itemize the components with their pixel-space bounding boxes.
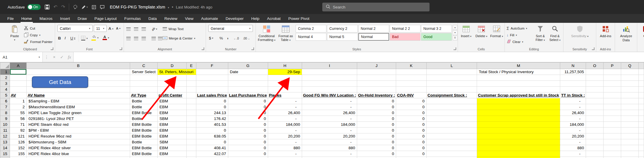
- find-select-button[interactable]: Find & Select ▾: [548, 25, 562, 42]
- cell-I3[interactable]: [302, 81, 357, 87]
- cell-N9[interactable]: -: [560, 116, 586, 122]
- cell-Q3[interactable]: [621, 81, 638, 87]
- row-header-11[interactable]: 11: [0, 128, 10, 133]
- cell-H8[interactable]: 26,400: [268, 110, 302, 116]
- underline-button[interactable]: U▾: [70, 35, 75, 41]
- cell-L16[interactable]: [426, 157, 477, 158]
- cell-P13[interactable]: [604, 139, 621, 145]
- pen-icon[interactable]: ▾: [81, 5, 88, 9]
- cell-N12[interactable]: 20,200: [560, 133, 586, 139]
- undo-button[interactable]: ↶: [54, 5, 57, 9]
- column-header-f[interactable]: F: [196, 63, 228, 69]
- cell-F14[interactable]: 408.41: [196, 145, 228, 151]
- create-pdf-button[interactable]: Cre: [638, 25, 644, 38]
- column-header-b[interactable]: B: [27, 63, 130, 69]
- cell-I15[interactable]: -: [302, 151, 357, 157]
- gallery-up-icon[interactable]: ▴: [453, 25, 457, 30]
- cell-J4[interactable]: [357, 87, 396, 92]
- cell-A4[interactable]: [10, 87, 27, 92]
- cell-A6[interactable]: 1: [10, 98, 27, 104]
- row-header-4[interactable]: 4: [0, 87, 10, 92]
- cell-O14[interactable]: [586, 145, 604, 151]
- cell-I9[interactable]: -: [302, 116, 357, 122]
- active-cell-A1[interactable]: [10, 69, 27, 75]
- cell-O15[interactable]: [586, 151, 604, 157]
- cell-R15[interactable]: [638, 151, 644, 157]
- cell-J11[interactable]: 0: [357, 128, 396, 133]
- cell-G1[interactable]: Date: [228, 69, 268, 75]
- cell-R8[interactable]: [638, 110, 644, 116]
- cell-I5[interactable]: Good FG W/o INV Location :: [302, 92, 357, 98]
- align-bottom-icon[interactable]: [142, 26, 146, 32]
- cell-G16[interactable]: [228, 157, 268, 158]
- cell-K15[interactable]: 0: [396, 151, 427, 157]
- cell-H11[interactable]: -: [268, 128, 302, 133]
- increase-indent-icon[interactable]: [158, 35, 162, 42]
- fill-color-button[interactable]: ▾: [91, 35, 98, 41]
- row-header-3[interactable]: 3: [0, 81, 10, 87]
- cell-G6[interactable]: 0: [228, 98, 268, 104]
- cell-L8[interactable]: [426, 110, 477, 116]
- cell-K4[interactable]: [396, 87, 427, 92]
- copy-button[interactable]: Copy▾: [24, 32, 40, 38]
- menu-tab-developer[interactable]: Developer: [222, 14, 248, 23]
- cell-I1[interactable]: [302, 69, 357, 75]
- cell-Q6[interactable]: [621, 98, 638, 104]
- cell-M15[interactable]: [477, 151, 560, 157]
- number-format-combo[interactable]: General▾: [208, 25, 253, 32]
- cell-E2[interactable]: [187, 75, 196, 81]
- cell-A15[interactable]: 155: [10, 151, 27, 157]
- menu-tab-help[interactable]: Help: [248, 14, 263, 23]
- menu-tab-power-pivot[interactable]: Power Pivot: [284, 14, 313, 23]
- cell-C3[interactable]: [130, 81, 158, 87]
- cell-P14[interactable]: [604, 145, 621, 151]
- dialog-launcher-icon[interactable]: [51, 47, 53, 50]
- cell-M1[interactable]: Total Stock / Physical Inventory: [477, 69, 560, 75]
- cell-K3[interactable]: [396, 81, 427, 87]
- font-size-combo[interactable]: 11▾: [94, 25, 107, 32]
- align-center-icon[interactable]: [134, 35, 138, 42]
- cell-L12[interactable]: [426, 133, 477, 139]
- cell-F7[interactable]: 0: [196, 104, 228, 110]
- worksheet-grid[interactable]: ABCDEFGHIJKLMNOPQ1Server SelectSt. Peter…: [0, 62, 644, 158]
- cell-F9[interactable]: 176.42: [196, 116, 228, 122]
- cell-C13[interactable]: Bottle: [130, 139, 158, 145]
- cell-K10[interactable]: 0: [396, 122, 427, 128]
- bold-button[interactable]: B: [58, 35, 61, 41]
- cell-J7[interactable]: 0: [357, 104, 396, 110]
- cell-K5[interactable]: COA-INV: [396, 92, 427, 98]
- menu-tab-insert[interactable]: Insert: [56, 14, 74, 23]
- cell-A16[interactable]: [10, 157, 27, 158]
- column-header-o[interactable]: O: [586, 63, 604, 69]
- column-header-overflow[interactable]: [638, 63, 644, 69]
- menu-tab-draw[interactable]: Draw: [74, 14, 91, 23]
- cell-O1[interactable]: [586, 69, 604, 75]
- cell-N10[interactable]: 184,000: [560, 122, 586, 128]
- cell-O11[interactable]: [586, 128, 604, 133]
- cell-A8[interactable]: 55: [10, 110, 27, 116]
- insert-function-icon[interactable]: fx: [66, 52, 73, 62]
- column-header-n[interactable]: N: [560, 63, 586, 69]
- formula-bar-splitter-icon[interactable]: ⋮: [43, 52, 50, 62]
- cell-M14[interactable]: [477, 145, 560, 151]
- cell-M4[interactable]: [477, 87, 560, 92]
- format-painter-button[interactable]: Format Painter: [24, 39, 52, 45]
- cell-E14[interactable]: [187, 145, 196, 151]
- wrap-text-button[interactable]: Wrap Text: [163, 26, 183, 32]
- cell-P16[interactable]: [604, 157, 621, 158]
- cell-R7[interactable]: [638, 104, 644, 110]
- cell-C11[interactable]: EBM Bottle: [130, 128, 158, 133]
- cell-N14[interactable]: 880: [560, 145, 586, 151]
- cell-E13[interactable]: [187, 139, 196, 145]
- font-name-combo[interactable]: Calibri▾: [57, 25, 93, 32]
- cell-I4[interactable]: [302, 87, 357, 92]
- cancel-entry-icon[interactable]: ×: [50, 52, 58, 62]
- cell-I7[interactable]: -: [302, 104, 357, 110]
- cell-E12[interactable]: [187, 133, 196, 139]
- cell-Q11[interactable]: [621, 128, 638, 133]
- cell-D8[interactable]: EBM: [158, 110, 187, 116]
- select-all-button[interactable]: [0, 63, 10, 69]
- cell-M6[interactable]: [477, 98, 560, 104]
- cell-H5[interactable]: Pieces: [268, 92, 302, 98]
- cell-J12[interactable]: 0: [357, 133, 396, 139]
